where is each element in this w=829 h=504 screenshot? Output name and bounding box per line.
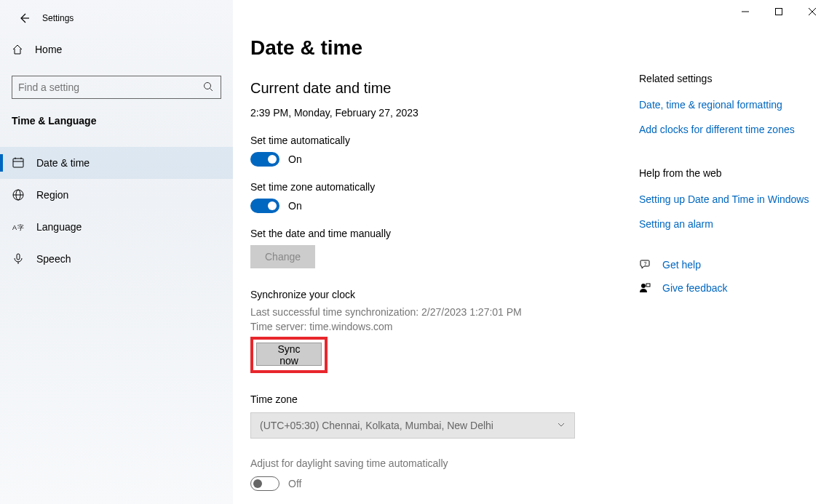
nav-item-region[interactable]: Region bbox=[0, 179, 233, 211]
sidebar: Settings Home Time & Language Date & tim… bbox=[0, 0, 233, 504]
feedback-link[interactable]: Give feedback bbox=[662, 282, 728, 294]
svg-rect-7 bbox=[13, 159, 23, 167]
get-help-link[interactable]: Get help bbox=[662, 259, 701, 271]
related-heading: Related settings bbox=[639, 73, 814, 84]
svg-line-6 bbox=[210, 89, 213, 92]
svg-point-19 bbox=[641, 284, 646, 288]
main-content: Date & time Current date and time 2:39 P… bbox=[250, 36, 614, 504]
link-setting-alarm[interactable]: Setting an alarm bbox=[639, 218, 814, 230]
clock-icon bbox=[12, 156, 25, 169]
search-input[interactable] bbox=[18, 81, 203, 93]
dst-label: Adjust for daylight saving time automati… bbox=[250, 457, 614, 469]
link-add-clocks[interactable]: Add clocks for different time zones bbox=[639, 124, 814, 135]
nav-item-language[interactable]: A字 Language bbox=[0, 211, 233, 243]
set-zone-auto-state: On bbox=[288, 200, 302, 212]
minimize-button[interactable] bbox=[729, 0, 762, 23]
right-panel: Related settings Date, time & regional f… bbox=[639, 73, 814, 305]
microphone-icon bbox=[12, 252, 25, 265]
feedback-icon bbox=[639, 282, 651, 294]
sync-now-button[interactable]: Sync now bbox=[256, 343, 322, 366]
svg-text:?: ? bbox=[644, 261, 647, 266]
sync-heading: Synchronize your clock bbox=[250, 289, 614, 300]
home-icon bbox=[12, 44, 23, 55]
feedback-row[interactable]: Give feedback bbox=[639, 282, 814, 294]
search-icon bbox=[203, 81, 215, 93]
back-button[interactable] bbox=[18, 12, 30, 27]
nav-list: Date & time Region A字 Language Speech bbox=[0, 147, 233, 275]
current-datetime-heading: Current date and time bbox=[250, 80, 614, 97]
search-box[interactable] bbox=[12, 76, 221, 99]
chevron-down-icon bbox=[557, 420, 566, 431]
set-time-auto-toggle[interactable] bbox=[250, 152, 279, 167]
manual-label: Set the date and time manually bbox=[250, 228, 614, 239]
sync-last: Last successful time synchronization: 2/… bbox=[250, 306, 614, 318]
set-time-auto-state: On bbox=[288, 153, 302, 165]
set-zone-auto-toggle[interactable] bbox=[250, 199, 279, 213]
language-icon: A字 bbox=[12, 220, 25, 233]
home-nav[interactable]: Home bbox=[12, 44, 62, 55]
globe-icon bbox=[12, 188, 25, 201]
svg-text:A: A bbox=[12, 224, 17, 231]
nav-label: Language bbox=[36, 221, 82, 233]
svg-rect-20 bbox=[646, 284, 650, 287]
nav-label: Date & time bbox=[36, 157, 90, 169]
sync-server: Time server: time.windows.com bbox=[250, 321, 614, 332]
app-title: Settings bbox=[42, 13, 74, 23]
link-regional-formatting[interactable]: Date, time & regional formatting bbox=[639, 99, 814, 111]
help-icon: ? bbox=[639, 259, 651, 271]
svg-point-5 bbox=[205, 83, 211, 89]
svg-rect-1 bbox=[776, 9, 782, 15]
set-time-auto-label: Set time automatically bbox=[250, 135, 614, 146]
timezone-value: (UTC+05:30) Chennai, Kolkata, Mumbai, Ne… bbox=[260, 420, 493, 431]
link-setup-datetime[interactable]: Setting up Date and Time in Windows bbox=[639, 193, 814, 205]
window-controls bbox=[729, 0, 829, 23]
nav-item-speech[interactable]: Speech bbox=[0, 243, 233, 275]
nav-label: Speech bbox=[36, 253, 71, 265]
help-heading: Help from the web bbox=[639, 167, 814, 179]
change-button[interactable]: Change bbox=[250, 245, 315, 268]
nav-label: Region bbox=[36, 189, 68, 201]
nav-item-date-time[interactable]: Date & time bbox=[0, 147, 233, 179]
category-title: Time & Language bbox=[12, 115, 96, 127]
set-zone-auto-label: Set time zone automatically bbox=[250, 181, 614, 193]
page-title: Date & time bbox=[250, 36, 614, 60]
sync-highlight: Sync now bbox=[250, 337, 328, 373]
close-button[interactable] bbox=[796, 0, 829, 23]
timezone-heading: Time zone bbox=[250, 393, 614, 405]
dst-state: Off bbox=[288, 478, 301, 489]
maximize-button[interactable] bbox=[762, 0, 796, 23]
svg-text:字: 字 bbox=[17, 224, 24, 231]
timezone-dropdown[interactable]: (UTC+05:30) Chennai, Kolkata, Mumbai, Ne… bbox=[250, 412, 575, 439]
current-datetime-value: 2:39 PM, Monday, February 27, 2023 bbox=[250, 107, 614, 119]
svg-rect-16 bbox=[17, 254, 20, 260]
home-label: Home bbox=[35, 44, 62, 55]
dst-toggle[interactable] bbox=[250, 476, 279, 491]
get-help-row[interactable]: ? Get help bbox=[639, 259, 814, 271]
